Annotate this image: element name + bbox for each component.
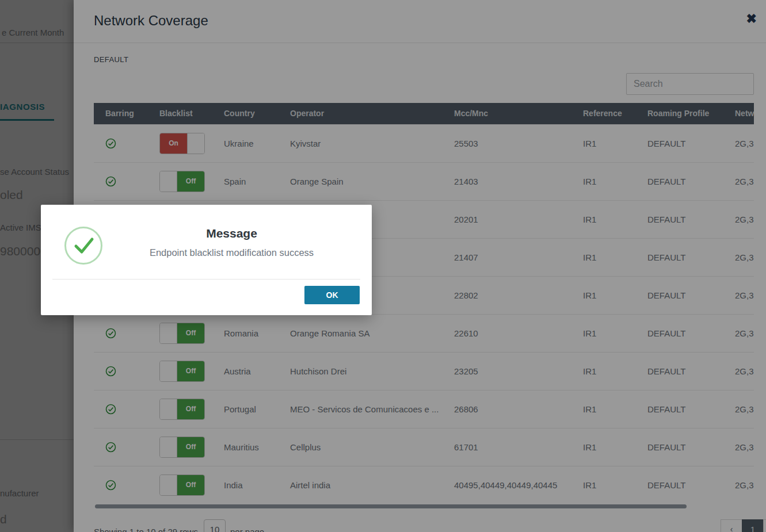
dialog-divider	[52, 279, 360, 280]
dialog-title: Message	[109, 227, 355, 240]
message-dialog: Message Endpoint blacklist modification …	[41, 205, 372, 315]
screen: e Current Month IAGNOSIS se Account Stat…	[0, 0, 766, 532]
dialog-message: Endpoint blacklist modification success	[109, 247, 355, 258]
ok-button[interactable]: OK	[304, 286, 360, 304]
success-check-icon	[64, 227, 102, 265]
